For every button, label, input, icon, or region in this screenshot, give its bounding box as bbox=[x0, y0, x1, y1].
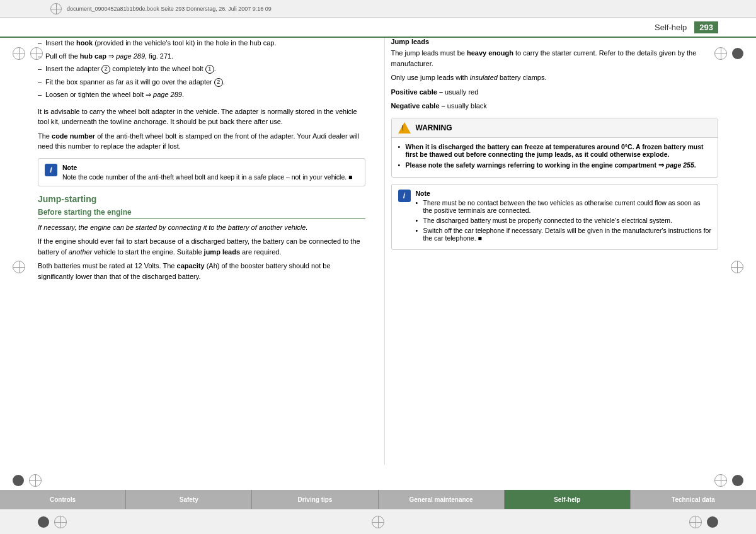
reg-mark-bot-right bbox=[714, 474, 743, 487]
warning-item-1: When it is discharged the battery can fr… bbox=[398, 143, 712, 158]
warning-box: WARNING When it is discharged the batter… bbox=[391, 118, 719, 178]
code-number-para: The code number of the anti-theft wheel … bbox=[38, 131, 365, 152]
warning-label: WARNING bbox=[416, 123, 452, 132]
note-box-right: i Note • There must be no contact betwee… bbox=[391, 184, 719, 250]
italic-intro: If necessary, the engine can be started … bbox=[38, 222, 365, 233]
warning-header: WARNING bbox=[392, 118, 718, 138]
nav-safety[interactable]: Safety bbox=[126, 490, 252, 509]
nav-technical-data[interactable]: Technical data bbox=[631, 490, 756, 509]
bottom-left bbox=[38, 516, 67, 528]
nav-driving-tips[interactable]: Driving tips bbox=[252, 490, 378, 509]
adapter-para-1: It is advisable to carry the wheel bolt … bbox=[38, 106, 365, 127]
bottom-bar bbox=[0, 509, 756, 534]
circle-2b: 2 bbox=[214, 78, 223, 87]
reg-mark-top-right bbox=[714, 47, 743, 60]
note-label-left: Note bbox=[62, 164, 352, 171]
bottom-crosshair-center bbox=[372, 516, 384, 528]
warning-list: When it is discharged the battery can fr… bbox=[398, 143, 712, 169]
note-item-3: • Switch off the car telephone if necess… bbox=[416, 227, 712, 242]
instruction-item-2: Pull off the hub cap ⇒ page 289, fig. 27… bbox=[38, 51, 365, 62]
warning-triangle-icon bbox=[398, 122, 411, 134]
note-item-2: • The discharged battery must be properl… bbox=[416, 217, 712, 224]
top-bar: document_0900452a81b1b9de.book Seite 293… bbox=[0, 0, 756, 18]
jump-leads-para2: Only use jump leads with insulated batte… bbox=[391, 72, 719, 83]
nav-self-help[interactable]: Self-help bbox=[505, 490, 631, 509]
top-bar-crosshair-left bbox=[50, 3, 62, 14]
instruction-item-4: Fit the box spanner as far as it will go… bbox=[38, 77, 365, 88]
circle-1: 1 bbox=[205, 65, 214, 74]
bottom-circle-right bbox=[707, 516, 718, 528]
jump-leads-heading: Jump leads bbox=[391, 38, 719, 45]
nav-general-maintenance[interactable]: General maintenance bbox=[379, 490, 505, 509]
page-header: Self-help 293 bbox=[0, 18, 756, 38]
note-item-1: • There must be no contact between the t… bbox=[416, 199, 712, 214]
wheel-bolt-instructions: Insert the hook (provided in the vehicle… bbox=[38, 38, 365, 100]
bottom-crosshair-right bbox=[689, 516, 702, 528]
note-box-left: i Note Note the code number of the anti-… bbox=[38, 158, 365, 186]
reg-mark-bot-left bbox=[13, 474, 42, 487]
page-number: 293 bbox=[694, 21, 718, 33]
note-icon-right: i bbox=[398, 190, 411, 244]
instruction-item-5: Loosen or tighten the wheel bolt ⇒ page … bbox=[38, 89, 365, 100]
jump-leads-para1: The jump leads must be heavy enough to c… bbox=[391, 48, 719, 69]
warning-body: When it is discharged the battery can fr… bbox=[392, 138, 718, 177]
left-column: Insert the hook (provided in the vehicle… bbox=[38, 38, 372, 465]
positive-cable: Positive cable – usually red bbox=[391, 87, 719, 98]
note-label-right: Note bbox=[416, 190, 712, 197]
main-content: Insert the hook (provided in the vehicle… bbox=[38, 38, 718, 465]
bottom-right bbox=[689, 516, 718, 528]
note-icon-left: i bbox=[45, 164, 57, 181]
note-list-right: • There must be no contact between the t… bbox=[416, 199, 712, 242]
circle-2: 2 bbox=[101, 65, 110, 74]
instruction-item-3: Insert the adapter 2 completely into the… bbox=[38, 64, 365, 74]
warning-item-2: Please note the safety warnings referrin… bbox=[398, 161, 712, 169]
bottom-circle-left bbox=[38, 516, 49, 528]
before-starting-heading: Before starting the engine bbox=[38, 208, 365, 219]
negative-cable: Negative cable – usually black bbox=[391, 101, 719, 111]
document-filename: document_0900452a81b1b9de.book Seite 293… bbox=[67, 6, 272, 12]
jump-para-2: Both batteries must be rated at 12 Volts… bbox=[38, 261, 365, 281]
note-text-left: Note the code number of the anti-theft w… bbox=[62, 173, 352, 181]
instruction-item-1: Insert the hook (provided in the vehicle… bbox=[38, 38, 365, 48]
reg-mark-mid-left bbox=[13, 261, 25, 273]
right-column: Jump leads The jump leads must be heavy … bbox=[384, 38, 719, 465]
nav-controls[interactable]: Controls bbox=[0, 490, 126, 509]
reg-mark-mid-right bbox=[731, 261, 743, 273]
jump-para-1: If the engine should ever fail to start … bbox=[38, 236, 365, 257]
bottom-nav[interactable]: Controls Safety Driving tips General mai… bbox=[0, 490, 756, 509]
jump-starting-heading: Jump-starting bbox=[38, 194, 365, 204]
bottom-crosshair-left bbox=[54, 516, 67, 528]
header-section-title: Self-help bbox=[655, 23, 687, 32]
